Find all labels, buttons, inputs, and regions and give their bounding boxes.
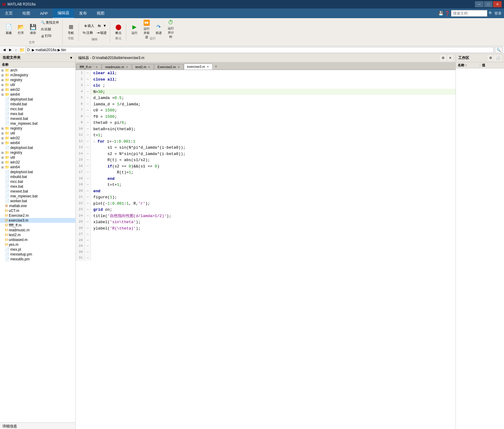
close-button[interactable]: ✕ bbox=[493, 1, 502, 7]
expand-icon[interactable]: ⊞ bbox=[1, 161, 5, 164]
line-content[interactable]: grid on; bbox=[91, 206, 456, 213]
list-item[interactable]: ⊞ 📁 m3iregistry bbox=[0, 73, 75, 78]
list-item[interactable]: 📄 mexsetup.pm bbox=[0, 252, 75, 257]
list-item[interactable]: ⊞ 📁 registry bbox=[0, 126, 75, 131]
fx-button[interactable]: fx bbox=[96, 23, 102, 28]
tab-text2[interactable]: text2.m ✕ bbox=[132, 64, 154, 70]
line-content[interactable]: lamda_d = 1/d_lamda; bbox=[91, 101, 456, 107]
line-content[interactable]: d_lamda =0.5; bbox=[91, 95, 456, 101]
editor-close-button[interactable]: ✕ bbox=[447, 55, 453, 61]
path-back-button[interactable]: ◀ bbox=[2, 47, 7, 52]
expand-icon[interactable]: ⊞ bbox=[1, 74, 5, 77]
line-content[interactable]: beta0=sin(theta0); bbox=[91, 126, 456, 132]
path-up-button[interactable]: ↑ bbox=[14, 48, 18, 52]
tab-fffff[interactable]: fffff_ff.m * ✕ bbox=[76, 64, 101, 70]
path-display[interactable]: D: ▶ matlab2018a ▶ bin bbox=[26, 47, 494, 53]
code-editor[interactable]: 1 — clear all; 2 — close all; 3 — clc ; … bbox=[76, 70, 456, 429]
maximize-button[interactable]: □ bbox=[484, 1, 492, 7]
edit-dropdown-icon[interactable]: ▼ bbox=[103, 24, 107, 28]
line-content[interactable] bbox=[91, 237, 456, 243]
line-content[interactable]: if(s2 == 0)&&(s1 == 0) bbox=[91, 163, 456, 170]
line-content[interactable]: □ for i=-1:0.001:1 bbox=[91, 138, 456, 145]
new-button[interactable]: 📄 新建 bbox=[3, 24, 15, 35]
search-input[interactable] bbox=[451, 10, 487, 17]
save-toolbar-icon[interactable]: 💾 bbox=[438, 11, 443, 16]
expand-icon[interactable]: ⊞ bbox=[1, 88, 5, 91]
help-icon[interactable]: ❓ bbox=[445, 11, 450, 16]
line-content[interactable]: c0 = 1500; bbox=[91, 107, 456, 114]
find-file-button[interactable]: 🔍 查找文件 bbox=[39, 19, 61, 26]
expand-icon[interactable]: ⊞ bbox=[1, 141, 5, 145]
list-item[interactable]: ⊞ 📁 arch bbox=[0, 68, 75, 73]
path-forward-button[interactable]: ▶ bbox=[8, 47, 13, 52]
line-content[interactable]: s2 = N*sin(pi*d_lamda*(i-beta0)); bbox=[91, 151, 456, 157]
list-item[interactable]: 📄 mex.bat bbox=[0, 111, 75, 116]
tab-close-icon[interactable]: ✕ bbox=[206, 65, 209, 68]
line-content[interactable]: t=1; bbox=[91, 132, 456, 138]
expand-icon[interactable]: ⊞ bbox=[1, 132, 5, 135]
line-content[interactable]: end bbox=[91, 188, 456, 194]
list-item[interactable]: ⊞ 📁 win64 bbox=[0, 92, 75, 97]
list-item[interactable]: 📄 mcc.bat bbox=[0, 107, 75, 111]
list-item[interactable]: 📄 mexext.bat bbox=[0, 116, 75, 121]
menu-home[interactable]: 主页 bbox=[0, 8, 18, 18]
search-icon[interactable]: 🔍 bbox=[489, 11, 493, 15]
line-content[interactable]: t=t+1; bbox=[91, 182, 456, 188]
tab-close-icon[interactable]: ✕ bbox=[125, 65, 128, 69]
list-item[interactable]: 📄 mex.bat bbox=[0, 184, 75, 189]
line-content[interactable]: f0 = 1500; bbox=[91, 114, 456, 120]
breakpoint-button[interactable]: ⬤ 断点 bbox=[113, 24, 124, 35]
list-item[interactable]: 📄 mbuild.bat bbox=[0, 102, 75, 107]
tab-close-icon[interactable]: ✕ bbox=[95, 65, 98, 69]
expand-icon[interactable]: ⊞ bbox=[1, 156, 5, 159]
list-item[interactable]: ⊞ 📁 win32 bbox=[0, 136, 75, 140]
menu-plot[interactable]: 绘图 bbox=[18, 8, 35, 18]
file-panel-collapse-icon[interactable]: ▼ bbox=[69, 56, 73, 60]
list-item[interactable]: M readmusic.m bbox=[0, 228, 75, 233]
list-item[interactable]: M fffff_ff.m bbox=[0, 223, 75, 228]
line-content[interactable]: clear all; bbox=[91, 70, 456, 76]
line-content[interactable]: end bbox=[91, 176, 456, 182]
line-content[interactable]: ylabel('R(\theta)'); bbox=[91, 225, 456, 232]
tab-close-icon[interactable]: ✕ bbox=[177, 65, 180, 69]
list-item[interactable]: ⊞ 📁 registry bbox=[0, 78, 75, 82]
list-item[interactable]: ⊞ 📁 win64 bbox=[0, 165, 75, 170]
minimize-button[interactable]: ─ bbox=[475, 1, 483, 7]
step-forward-button[interactable]: ↷ 前进 bbox=[153, 24, 164, 35]
line-content[interactable]: N=30; bbox=[91, 89, 456, 95]
tab-add-button[interactable]: + bbox=[213, 63, 219, 70]
editor-options-button[interactable]: ⚙ bbox=[440, 55, 446, 61]
list-item[interactable]: M unbiased.m bbox=[0, 237, 75, 242]
expand-icon[interactable]: ⊞ bbox=[1, 93, 5, 96]
compare-button[interactable]: ⚖ 比较 bbox=[39, 26, 61, 32]
list-item[interactable]: 📄 mexutils.pm bbox=[0, 257, 75, 262]
line-content[interactable] bbox=[91, 243, 456, 249]
expand-icon[interactable]: ⊞ bbox=[1, 127, 5, 130]
list-item[interactable]: 📄 mex.pl bbox=[0, 247, 75, 252]
workspace-options-button[interactable]: ⚙ bbox=[488, 55, 494, 61]
list-item[interactable]: 📄 worker.bat bbox=[0, 199, 75, 203]
list-item[interactable]: 📄 mw_mpiexec.bat bbox=[0, 194, 75, 199]
line-content[interactable]: xlabel('sin\theta'); bbox=[91, 219, 456, 225]
list-item[interactable]: 📄 deploytool.bat bbox=[0, 170, 75, 174]
expand-icon[interactable]: ⊞ bbox=[1, 137, 5, 140]
menu-editor[interactable]: 编辑器 bbox=[53, 8, 74, 18]
list-item[interactable]: ⊞ 📁 util bbox=[0, 82, 75, 87]
line-content[interactable]: title('自然指向性图(d/lamda>1/2)'); bbox=[91, 213, 456, 219]
list-item[interactable]: M text2.m bbox=[0, 233, 75, 237]
list-item[interactable]: 📄 mbuild.bat bbox=[0, 174, 75, 179]
tab-readmusic[interactable]: readmusic.m ✕ bbox=[102, 64, 132, 70]
run-advance-button[interactable]: ⏩ 运行并前进 bbox=[141, 24, 152, 35]
insert-button[interactable]: ⊕ 插入 bbox=[83, 23, 96, 29]
tab-exercise3[interactable]: exercise3.m ✕ bbox=[184, 64, 213, 70]
list-item[interactable]: 📄 mcc.bat bbox=[0, 179, 75, 184]
save-button[interactable]: 💾 保存 bbox=[27, 24, 39, 35]
list-item[interactable]: M Exercise2.m bbox=[0, 213, 75, 218]
line-content[interactable]: theta0 = pi/6; bbox=[91, 120, 456, 126]
open-button[interactable]: 📂 打开 bbox=[15, 24, 27, 35]
print-button[interactable]: 🖨 打印 bbox=[39, 33, 61, 39]
line-content[interactable] bbox=[91, 255, 456, 261]
list-item[interactable]: 📄 deploytool.bat bbox=[0, 145, 75, 150]
line-content[interactable]: figure(1); bbox=[91, 194, 456, 200]
workspace-expand-button[interactable]: ⬜ bbox=[494, 55, 502, 61]
